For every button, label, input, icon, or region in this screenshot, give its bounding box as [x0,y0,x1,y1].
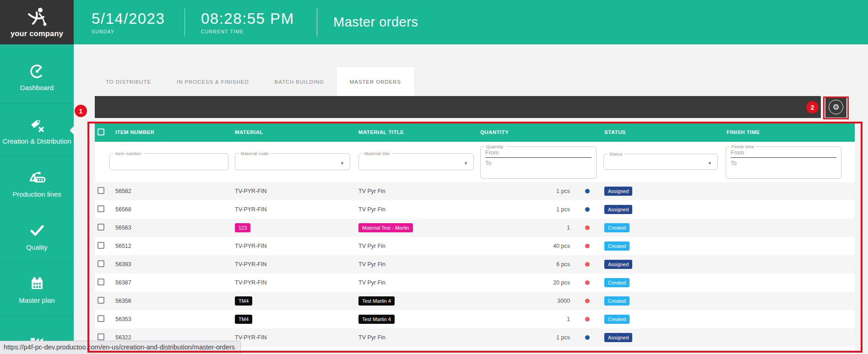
row-checkbox[interactable] [98,333,104,340]
current-time-label: CURRENT TIME [201,29,301,34]
material-title-filter-select[interactable]: Material title ▼ [358,151,474,170]
chevron-down-icon[interactable]: ▼ [708,161,712,166]
status-badge: Created [604,223,629,232]
sidebar-item-label: Quality [26,243,48,251]
table-row[interactable]: 56353 TM4 Test Martin 4 1 Created [95,310,855,328]
cell-material: TV-PYR-FIN [235,279,358,286]
quantity-filter[interactable]: Quantity From To [480,144,597,179]
sidebar-item-quality[interactable]: Quality [0,209,74,263]
status-dot-icon [585,262,590,267]
row-checkbox[interactable] [98,205,104,212]
status-badge: Assigned [604,260,632,269]
status-dot-icon [585,225,590,230]
chevron-down-icon[interactable]: ▼ [464,161,468,166]
table-row[interactable]: 56563 123 Material Test - Martin 1 Creat… [95,219,855,237]
tab-in-process-finished[interactable]: IN PROCESS & FINISHED [164,67,262,96]
cell-material: TV-PYR-FIN [235,261,358,268]
cell-material-title: Material Test - Martin [358,223,480,232]
date-block: 5/14/2023 SUNDAY [92,11,168,34]
cell-material-title: Test Martin 4 [358,315,480,324]
row-checkbox[interactable] [98,187,104,194]
logo-figure-icon [22,7,52,28]
tag-icon [28,116,46,133]
check-icon [29,222,45,239]
finish-time-filter[interactable]: Finish time From To [726,144,841,179]
quantity-to-input[interactable]: To [485,160,591,166]
cell-material: TM4 [235,296,358,306]
tab-batch-building[interactable]: BATCH BUILDING [262,67,337,96]
current-time: 08:28:55 PM [201,11,301,27]
finish-time-from-input[interactable]: From [731,150,836,158]
cell-material-title: TV Pyr Fin [358,243,480,249]
table-row[interactable]: 56387 TV-PYR-FIN TV Pyr Fin 20 pcs Creat… [95,274,855,292]
settings-button[interactable]: ⚙ [825,97,846,118]
status-dot-icon [585,280,590,285]
cell-quantity: 3000 [480,298,570,304]
row-checkbox[interactable] [98,315,104,322]
row-checkbox[interactable] [98,242,104,249]
quantity-from-input[interactable]: From [485,150,591,158]
status-filter-select[interactable]: Status ▼ [603,151,718,170]
cell-item-number: 56582 [111,188,235,194]
column-header-item-number: ITEM NUMBER [111,129,235,135]
content-area: TO DISTRIBUTEIN PROCESS & FINISHEDBATCH … [74,44,868,354]
master-orders-table: ITEM NUMBER MATERIAL MATERIAL TITLE QUAN… [95,123,855,354]
row-checkbox[interactable] [98,279,104,285]
header-divider [317,8,317,37]
column-header-status: STATUS [604,129,727,135]
item-number-filter-input[interactable]: Item number [109,151,228,170]
cell-material: TV-PYR-FIN [235,188,358,194]
tab-bar: TO DISTRIBUTEIN PROCESS & FINISHEDBATCH … [74,67,414,96]
table-row[interactable]: 56393 TV-PYR-FIN TV Pyr Fin 6 pcs Assign… [95,255,855,274]
table-row[interactable]: 56512 TV-PYR-FIN TV Pyr Fin 40 pcs Creat… [95,237,855,255]
status-dot-icon [585,189,590,193]
status-dot-icon [585,244,590,248]
tab-to-distribute[interactable]: TO DISTRIBUTE [93,67,164,96]
gear-icon: ⚙ [829,100,843,114]
chevron-down-icon[interactable]: ▼ [340,161,344,166]
cell-material: 123 [235,223,358,232]
tab-master-orders[interactable]: MASTER ORDERS [337,67,414,96]
cell-quantity: 1 pcs [480,188,570,194]
current-date: 5/14/2023 [92,11,168,27]
sidebar-item-label: Production lines [12,190,61,198]
cell-material-title: TV Pyr Fin [358,334,480,341]
cell-item-number: 56353 [111,316,235,322]
company-logo[interactable]: your company [0,0,74,44]
cell-item-number: 56563 [111,225,235,231]
cell-quantity: 20 pcs [480,279,570,286]
status-badge: Created [604,296,629,306]
column-header-finish-time: FINISH TIME [727,129,855,135]
cell-item-number: 56387 [111,279,235,286]
sidebar-item-production-lines[interactable]: Production lines [0,156,74,209]
sidebar-item-dashboard[interactable]: Dashboard [0,50,74,103]
sidebar-item-master-plan[interactable]: Master plan [0,263,74,316]
sidebar-item-creation-distribution[interactable]: Creation & Distribution [0,103,74,156]
sidebar-item-label: Creation & Distribution [2,137,71,145]
cell-item-number: 56322 [111,334,235,341]
cell-item-number: 56356 [111,298,235,304]
table-row[interactable]: 56582 TV-PYR-FIN TV Pyr Fin 1 pcs Assign… [95,182,855,200]
time-block: 08:28:55 PM CURRENT TIME [201,11,301,34]
row-checkbox[interactable] [98,297,104,304]
row-checkbox[interactable] [98,260,104,267]
row-checkbox[interactable] [98,224,104,231]
cell-material-title: TV Pyr Fin [358,206,480,213]
status-badge: Created [604,278,629,287]
finish-time-to-input[interactable]: To [731,160,836,166]
status-dot-icon [585,335,590,340]
status-dot-icon [585,317,590,322]
cell-quantity: 1 [480,225,570,231]
table-toolbar [95,96,821,118]
sidebar: Dashboard Creation & Distribution Produc… [0,44,74,354]
select-all-checkbox[interactable] [98,129,104,135]
table-row[interactable]: 56356 TM4 Test Martin 4 3000 Created [95,292,855,310]
material-code-filter-select[interactable]: Material code ▼ [235,151,350,170]
column-header-material: MATERIAL [235,129,358,135]
cell-item-number: 56568 [111,206,235,213]
cell-quantity: 1 pcs [480,206,570,213]
status-badge: Assigned [604,187,632,196]
table-body: 56582 TV-PYR-FIN TV Pyr Fin 1 pcs Assign… [95,182,855,347]
table-row[interactable]: 56568 TV-PYR-FIN TV Pyr Fin 1 pcs Assign… [95,200,855,219]
status-badge: Assigned [604,205,632,214]
